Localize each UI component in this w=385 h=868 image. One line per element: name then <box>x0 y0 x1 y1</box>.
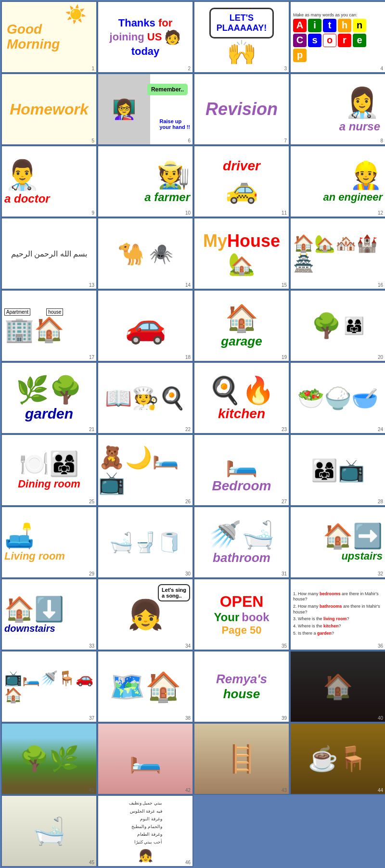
person-icon: 🧑 <box>164 29 181 45</box>
slide-number-46: 46 <box>185 860 191 865</box>
slide-43[interactable]: 🪜 43 <box>193 723 290 795</box>
cookbook-icon: 📖🧑‍🍳🍳 <box>105 385 186 411</box>
bath-tile-icon: 🛁 <box>33 816 66 847</box>
slide-number-15: 15 <box>282 282 287 288</box>
slide-33[interactable]: 🏠⬇️ downstairs 33 <box>1 578 97 651</box>
slide-number-45: 45 <box>89 860 94 865</box>
question-1: 1. How many bedrooms are there in Mahir'… <box>293 591 383 602</box>
upstairs-text: upstairs <box>341 550 383 562</box>
house-map-icon: 🗺️🏠 <box>109 670 181 704</box>
slide-46[interactable]: بيتي جميل ونظيف فيه غرفة الجلوس وغرفة ال… <box>97 795 193 867</box>
slide-number-17: 17 <box>89 355 94 360</box>
character-icon: 👧 <box>128 598 164 632</box>
my-house-heading: My House <box>203 231 280 251</box>
slide-number-27: 27 <box>282 499 287 504</box>
open-text: OPEN <box>220 593 264 611</box>
slide-44[interactable]: ☕🪑 44 <box>290 723 385 795</box>
cafe-photo-icon: ☕🪑 <box>308 745 368 773</box>
slide-31[interactable]: 🚿🛁 bathroom 31 <box>193 506 290 578</box>
slide-15[interactable]: My House 🏡 15 <box>193 217 290 290</box>
slide-12[interactable]: 👷 an engineer 12 <box>290 145 385 217</box>
slide-8[interactable]: 👩‍⚕️ a nurse 8 <box>290 73 385 145</box>
slide-21[interactable]: 🌿🌳 garden 21 <box>1 362 97 434</box>
teddy-moon-icon: 🧸🌙🛏️📺 <box>98 445 192 496</box>
stairs-photo-icon: 🪜 <box>225 743 258 775</box>
page-text: Page 50 <box>221 624 261 637</box>
my-text: My <box>203 231 227 251</box>
question-2: 2. How many bathrooms are there in Mahir… <box>293 604 383 615</box>
slide-3[interactable]: LET'SPLAAAAAY! 🙌 3 <box>193 1 290 73</box>
slide-20[interactable]: 🌳 👨‍👩‍👧 20 <box>290 290 385 362</box>
tree-icon: 🌳 <box>311 312 341 340</box>
bathr-text: bathroom <box>213 550 270 565</box>
slide-9[interactable]: 👨‍⚕️ a doctor 9 <box>1 145 97 217</box>
slide-11[interactable]: driver 🚕 11 <box>193 145 290 217</box>
slide-34[interactable]: 👧 Let's singa song.. 34 <box>97 578 193 651</box>
slide-2[interactable]: Thanks for joining US 🧑 today 2 <box>97 1 193 73</box>
slide-14[interactable]: 🐪 🕷️ 14 <box>97 217 193 290</box>
slide-number-5: 5 <box>91 138 94 143</box>
slide-42[interactable]: 🛏️ 42 <box>97 723 193 795</box>
slide-38[interactable]: 🗺️🏠 38 <box>97 651 193 723</box>
arabic-text: بسم الله الرحمن الرحيم <box>11 249 87 258</box>
slide-10[interactable]: 🧑‍🌾 a farmer 10 <box>97 145 193 217</box>
bathr-icon: 🚿🛁 <box>208 519 275 550</box>
slide-35[interactable]: OPEN Your book Page 50 35 <box>193 578 290 651</box>
slide-18[interactable]: 🚗 18 <box>97 290 193 362</box>
slide-22[interactable]: 📖🧑‍🍳🍳 22 <box>97 362 193 434</box>
slide-30[interactable]: 🛁🚽🧻 30 <box>97 506 193 578</box>
slide-13[interactable]: بسم الله الرحمن الرحيم 13 <box>1 217 97 290</box>
living-room-text: Living room <box>4 550 65 562</box>
slide-40[interactable]: 🏠 40 <box>290 651 385 723</box>
slide-17[interactable]: Apartment house 🏢🏠 17 <box>1 290 97 362</box>
question-5: 5. Is there a garden? <box>293 631 334 637</box>
slide-37[interactable]: 📺🛏️🚿🪑🚗🏠 37 <box>1 651 97 723</box>
slide-25[interactable]: 🍽️👨‍👩‍👧 Dining room 25 <box>1 434 97 506</box>
farmer-icon: 🧑‍🌾 <box>157 159 190 191</box>
slide-39[interactable]: Remya's house 39 <box>193 651 290 723</box>
slide-7[interactable]: Revision 7 <box>193 73 290 145</box>
kitchen-icon: 🍳🔥 <box>208 375 275 406</box>
question-4: 4. Where is the kitchen? <box>293 624 341 629</box>
your-book-text: Your book <box>214 611 269 624</box>
kitchen-text: kitchen <box>218 406 265 421</box>
slide-5[interactable]: Homework 5 <box>1 73 97 145</box>
slide-36[interactable]: 1. How many bedrooms are there in Mahir'… <box>290 578 385 651</box>
slide-24[interactable]: 🥗🍚🥣 24 <box>290 362 385 434</box>
slide-number-9: 9 <box>91 210 94 216</box>
bedroom-text: Bedroom <box>212 478 271 494</box>
slide-19[interactable]: 🏠 garage 19 <box>193 290 290 362</box>
doctor-text: a doctor <box>4 192 50 205</box>
slide-27[interactable]: 🛏️ Bedroom 27 <box>193 434 290 506</box>
thanks-line1: Thanks for <box>118 17 172 29</box>
bedroom-icon: 🛏️ <box>225 447 258 478</box>
slide-number-44: 44 <box>378 788 383 793</box>
homework-text: Homework <box>10 101 89 118</box>
slide-16[interactable]: 🏠🏡🏘️🏰🏯 16 <box>290 217 385 290</box>
garden-text: garden <box>25 406 73 422</box>
house-label: house <box>46 308 63 316</box>
slide-number-1: 1 <box>91 66 94 71</box>
good-morning-text: Good Morning <box>2 22 96 52</box>
arabic-poem-text: بيتي جميل ونظيف فيه غرفة الجلوس وغرفة ال… <box>129 799 162 846</box>
slide-28[interactable]: 👨‍👩‍👧📺 28 <box>290 434 385 506</box>
slide-29[interactable]: 🛋️ Living room 29 <box>1 506 97 578</box>
slide-45[interactable]: 🛁 45 <box>1 795 97 867</box>
slide-6[interactable]: 👩‍🏫 Remember.. Raise upyour hand !! 6 <box>97 73 193 145</box>
revision-text: Revision <box>205 99 278 119</box>
remya-house-text: house <box>223 687 260 702</box>
slide-26[interactable]: 🧸🌙🛏️📺 26 <box>97 434 193 506</box>
slide-23[interactable]: 🍳🔥 kitchen 23 <box>193 362 290 434</box>
garden-photo-icon: 🌳🌿 <box>19 745 79 773</box>
slide-32[interactable]: 🏠➡️ upstairs 32 <box>290 506 385 578</box>
taxi-icon: 🚕 <box>225 174 258 205</box>
letter-h: h <box>338 19 351 32</box>
slides-grid: ☀️ Good Morning 1 Thanks for joining US … <box>0 0 385 868</box>
dining-text: Dining room <box>18 478 80 490</box>
slide-4[interactable]: Make as many words as you can: A i t h n… <box>290 1 385 73</box>
slide-1[interactable]: ☀️ Good Morning 1 <box>1 1 97 73</box>
my-house-icon: 🏡 <box>228 251 255 277</box>
slide-number-36: 36 <box>378 643 383 649</box>
garage-icon: 🏠 <box>225 303 258 334</box>
slide-41[interactable]: 🌳🌿 41 <box>1 723 97 795</box>
